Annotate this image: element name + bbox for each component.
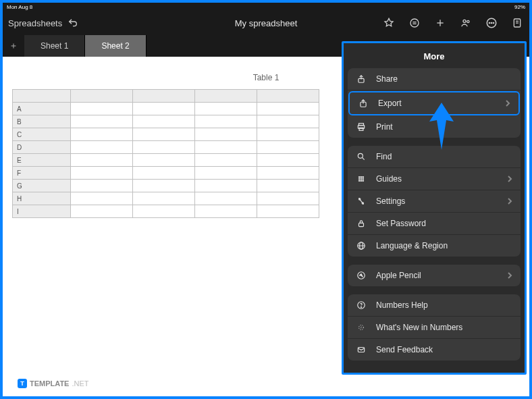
spreadsheet-table[interactable]: A B C D E F G H I xyxy=(12,89,319,218)
document-icon[interactable] xyxy=(510,16,524,30)
menu-label: Print xyxy=(376,122,393,132)
cell[interactable] xyxy=(257,205,319,218)
format-icon[interactable] xyxy=(408,16,421,30)
pin-icon[interactable] xyxy=(382,16,396,30)
menu-item-feedback[interactable]: Send Feedback xyxy=(348,339,521,361)
menu-item-guides[interactable]: Guides xyxy=(348,168,521,190)
cell[interactable] xyxy=(71,180,133,192)
row-header[interactable]: E xyxy=(13,154,71,167)
cell[interactable] xyxy=(71,205,133,218)
menu-item-apple-pencil[interactable]: Apple Pencil xyxy=(348,265,521,286)
menu-label: Apple Pencil xyxy=(376,271,421,280)
help-icon xyxy=(356,300,367,311)
document-title[interactable]: My spreadsheet xyxy=(235,18,298,28)
cell[interactable] xyxy=(133,115,195,128)
cell[interactable] xyxy=(133,154,195,167)
menu-item-set-password[interactable]: Set Password xyxy=(348,213,521,235)
chevron-right-icon xyxy=(505,99,510,107)
undo-icon[interactable] xyxy=(68,18,78,28)
cell[interactable] xyxy=(71,141,133,154)
menu-label: Set Password xyxy=(376,219,426,228)
column-header[interactable] xyxy=(195,90,257,103)
cell[interactable] xyxy=(257,103,319,115)
cell[interactable] xyxy=(71,103,133,115)
menu-label: Language & Region xyxy=(376,241,448,250)
cell[interactable] xyxy=(257,167,319,180)
sheet-tab-2[interactable]: Sheet 2 xyxy=(85,35,146,57)
cell[interactable] xyxy=(195,115,257,128)
cell[interactable] xyxy=(195,180,257,192)
row-header[interactable]: H xyxy=(13,192,71,205)
cell[interactable] xyxy=(195,192,257,205)
column-header[interactable] xyxy=(133,90,195,103)
search-icon xyxy=(356,151,367,162)
cell[interactable] xyxy=(257,180,319,192)
cell[interactable] xyxy=(195,141,257,154)
row-header[interactable]: F xyxy=(13,167,71,180)
cell[interactable] xyxy=(257,192,319,205)
menu-item-whats-new[interactable]: What's New in Numbers xyxy=(348,317,521,339)
column-header[interactable] xyxy=(257,90,319,103)
menu-item-help[interactable]: Numbers Help xyxy=(348,294,521,317)
row-header[interactable]: B xyxy=(13,115,71,128)
chevron-right-icon xyxy=(507,197,512,205)
cell[interactable] xyxy=(195,154,257,167)
row-header[interactable]: G xyxy=(13,180,71,192)
cell[interactable] xyxy=(195,128,257,141)
settings-icon xyxy=(356,196,367,207)
svg-point-8 xyxy=(489,22,489,23)
menu-item-share[interactable]: Share xyxy=(348,68,521,90)
app-frame: Mon Aug 8 92% Spreadsheets My spreadshee… xyxy=(3,3,529,396)
column-header[interactable] xyxy=(71,90,133,103)
cell[interactable] xyxy=(257,115,319,128)
grid-icon xyxy=(356,174,367,184)
table-corner[interactable] xyxy=(13,90,71,103)
sheet-tab-1[interactable]: Sheet 1 xyxy=(24,35,85,57)
menu-item-export[interactable]: Export xyxy=(348,91,520,115)
row-header[interactable]: I xyxy=(13,205,71,218)
cell[interactable] xyxy=(133,192,195,205)
globe-icon xyxy=(356,240,367,251)
cell[interactable] xyxy=(71,192,133,205)
menu-label: Share xyxy=(376,74,398,84)
cell[interactable] xyxy=(71,167,133,180)
menu-label: Numbers Help xyxy=(376,300,428,310)
menu-item-find[interactable]: Find xyxy=(348,146,521,168)
cell[interactable] xyxy=(133,180,195,192)
cell[interactable] xyxy=(133,128,195,141)
cell[interactable] xyxy=(195,167,257,180)
cell[interactable] xyxy=(195,205,257,218)
tab-label: Sheet 2 xyxy=(101,41,129,51)
export-icon xyxy=(358,98,369,109)
svg-point-0 xyxy=(410,19,419,27)
row-header[interactable]: C xyxy=(13,128,71,141)
menu-item-language[interactable]: Language & Region xyxy=(348,235,521,257)
menu-item-print[interactable]: Print xyxy=(348,116,521,138)
status-bar: Mon Aug 8 92% xyxy=(3,3,529,11)
add-icon[interactable] xyxy=(433,16,447,30)
menu-item-settings[interactable]: Settings xyxy=(348,190,521,213)
row-header[interactable]: D xyxy=(13,141,71,154)
cell[interactable] xyxy=(257,141,319,154)
watermark-suffix: .NET xyxy=(72,379,88,388)
row-header[interactable]: A xyxy=(13,103,71,115)
collaborate-icon[interactable] xyxy=(459,16,473,30)
cell[interactable] xyxy=(71,128,133,141)
more-icon[interactable] xyxy=(485,16,498,30)
back-button[interactable]: Spreadsheets xyxy=(8,18,78,28)
cell[interactable] xyxy=(195,103,257,115)
menu-group: Share Export Print xyxy=(348,68,521,138)
cell[interactable] xyxy=(133,205,195,218)
cell[interactable] xyxy=(257,154,319,167)
cell[interactable] xyxy=(133,167,195,180)
cell[interactable] xyxy=(133,141,195,154)
cell[interactable] xyxy=(133,103,195,115)
menu-group: Apple Pencil xyxy=(348,265,521,286)
add-sheet-button[interactable] xyxy=(3,35,24,57)
status-right: 92% xyxy=(514,4,525,10)
share-icon xyxy=(356,74,367,84)
mail-icon xyxy=(356,344,367,355)
cell[interactable] xyxy=(257,128,319,141)
cell[interactable] xyxy=(71,115,133,128)
cell[interactable] xyxy=(71,154,133,167)
